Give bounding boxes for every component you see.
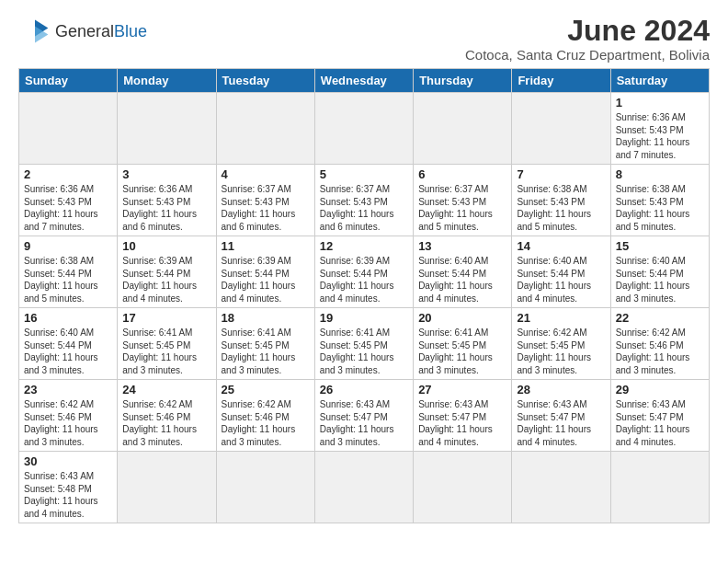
day-number: 1 bbox=[616, 96, 704, 109]
day-number: 8 bbox=[616, 167, 704, 181]
day-number: 19 bbox=[320, 311, 408, 325]
day-number: 30 bbox=[24, 454, 112, 468]
table-row: 8Sunrise: 6:38 AM Sunset: 5:43 PM Daylig… bbox=[610, 165, 709, 236]
header-sunday: Sunday bbox=[19, 69, 118, 93]
day-info: Sunrise: 6:36 AM Sunset: 5:43 PM Dayligh… bbox=[616, 111, 704, 161]
table-row bbox=[19, 93, 118, 165]
day-info: Sunrise: 6:36 AM Sunset: 5:43 PM Dayligh… bbox=[24, 183, 112, 233]
day-number: 2 bbox=[24, 167, 112, 181]
day-number: 20 bbox=[418, 311, 506, 325]
day-info: Sunrise: 6:39 AM Sunset: 5:44 PM Dayligh… bbox=[122, 255, 210, 304]
day-number: 26 bbox=[320, 383, 408, 396]
day-info: Sunrise: 6:39 AM Sunset: 5:44 PM Dayligh… bbox=[222, 255, 310, 304]
header-friday: Friday bbox=[512, 69, 610, 93]
day-info: Sunrise: 6:41 AM Sunset: 5:45 PM Dayligh… bbox=[418, 327, 506, 376]
day-info: Sunrise: 6:41 AM Sunset: 5:45 PM Dayligh… bbox=[320, 327, 408, 376]
general-blue-logo-icon bbox=[18, 15, 51, 48]
day-number: 17 bbox=[122, 311, 210, 325]
table-row: 15Sunrise: 6:40 AM Sunset: 5:44 PM Dayli… bbox=[610, 236, 709, 308]
weekday-header-row: Sunday Monday Tuesday Wednesday Thursday… bbox=[19, 69, 710, 93]
header-wednesday: Wednesday bbox=[314, 69, 413, 93]
table-row bbox=[512, 93, 610, 165]
day-info: Sunrise: 6:40 AM Sunset: 5:44 PM Dayligh… bbox=[616, 255, 704, 304]
table-row: 5Sunrise: 6:37 AM Sunset: 5:43 PM Daylig… bbox=[314, 165, 413, 236]
day-number: 4 bbox=[222, 167, 310, 181]
table-row: 13Sunrise: 6:40 AM Sunset: 5:44 PM Dayli… bbox=[414, 236, 512, 308]
table-row: 11Sunrise: 6:39 AM Sunset: 5:44 PM Dayli… bbox=[216, 236, 314, 308]
day-number: 25 bbox=[222, 383, 310, 396]
table-row: 4Sunrise: 6:37 AM Sunset: 5:43 PM Daylig… bbox=[216, 165, 314, 236]
table-row: 12Sunrise: 6:39 AM Sunset: 5:44 PM Dayli… bbox=[314, 236, 413, 308]
table-row: 26Sunrise: 6:43 AM Sunset: 5:47 PM Dayli… bbox=[314, 380, 413, 452]
page: GeneralBlue June 2024 Cotoca, Santa Cruz… bbox=[0, 0, 728, 533]
day-number: 21 bbox=[517, 311, 605, 325]
day-info: Sunrise: 6:43 AM Sunset: 5:47 PM Dayligh… bbox=[320, 398, 408, 448]
table-row: 14Sunrise: 6:40 AM Sunset: 5:44 PM Dayli… bbox=[512, 236, 610, 308]
day-info: Sunrise: 6:43 AM Sunset: 5:47 PM Dayligh… bbox=[616, 398, 704, 448]
month-title: June 2024 bbox=[465, 15, 710, 47]
header-thursday: Thursday bbox=[414, 69, 512, 93]
table-row: 1Sunrise: 6:36 AM Sunset: 5:43 PM Daylig… bbox=[610, 93, 709, 165]
table-row: 29Sunrise: 6:43 AM Sunset: 5:47 PM Dayli… bbox=[610, 380, 709, 452]
table-row: 9Sunrise: 6:38 AM Sunset: 5:44 PM Daylig… bbox=[19, 236, 118, 308]
day-number: 13 bbox=[418, 239, 506, 253]
day-number: 5 bbox=[320, 167, 408, 181]
day-number: 15 bbox=[616, 239, 704, 253]
day-info: Sunrise: 6:42 AM Sunset: 5:45 PM Dayligh… bbox=[517, 327, 605, 376]
day-number: 14 bbox=[517, 239, 605, 253]
day-info: Sunrise: 6:42 AM Sunset: 5:46 PM Dayligh… bbox=[122, 398, 210, 448]
title-block: June 2024 Cotoca, Santa Cruz Department,… bbox=[465, 15, 710, 63]
day-number: 6 bbox=[418, 167, 506, 181]
day-number: 16 bbox=[24, 311, 112, 325]
table-row: 24Sunrise: 6:42 AM Sunset: 5:46 PM Dayli… bbox=[118, 380, 216, 452]
day-number: 7 bbox=[517, 167, 605, 181]
table-row bbox=[512, 452, 610, 523]
logo-text: GeneralBlue bbox=[55, 23, 147, 40]
day-number: 18 bbox=[222, 311, 310, 325]
header-saturday: Saturday bbox=[610, 69, 709, 93]
day-info: Sunrise: 6:41 AM Sunset: 5:45 PM Dayligh… bbox=[122, 327, 210, 376]
day-number: 12 bbox=[320, 239, 408, 253]
day-number: 27 bbox=[418, 383, 506, 396]
table-row bbox=[118, 93, 216, 165]
table-row: 7Sunrise: 6:38 AM Sunset: 5:43 PM Daylig… bbox=[512, 165, 610, 236]
day-info: Sunrise: 6:43 AM Sunset: 5:47 PM Dayligh… bbox=[517, 398, 605, 448]
day-number: 24 bbox=[122, 383, 210, 396]
day-info: Sunrise: 6:37 AM Sunset: 5:43 PM Dayligh… bbox=[418, 183, 506, 233]
day-info: Sunrise: 6:38 AM Sunset: 5:43 PM Dayligh… bbox=[517, 183, 605, 233]
table-row: 17Sunrise: 6:41 AM Sunset: 5:45 PM Dayli… bbox=[118, 308, 216, 380]
day-number: 23 bbox=[24, 383, 112, 396]
day-info: Sunrise: 6:42 AM Sunset: 5:46 PM Dayligh… bbox=[24, 398, 112, 448]
day-info: Sunrise: 6:43 AM Sunset: 5:47 PM Dayligh… bbox=[418, 398, 506, 448]
header-tuesday: Tuesday bbox=[216, 69, 314, 93]
table-row bbox=[216, 93, 314, 165]
table-row: 3Sunrise: 6:36 AM Sunset: 5:43 PM Daylig… bbox=[118, 165, 216, 236]
day-info: Sunrise: 6:37 AM Sunset: 5:43 PM Dayligh… bbox=[320, 183, 408, 233]
table-row: 23Sunrise: 6:42 AM Sunset: 5:46 PM Dayli… bbox=[19, 380, 118, 452]
day-number: 29 bbox=[616, 383, 704, 396]
table-row: 28Sunrise: 6:43 AM Sunset: 5:47 PM Dayli… bbox=[512, 380, 610, 452]
table-row bbox=[314, 93, 413, 165]
table-row: 18Sunrise: 6:41 AM Sunset: 5:45 PM Dayli… bbox=[216, 308, 314, 380]
header: GeneralBlue June 2024 Cotoca, Santa Cruz… bbox=[18, 15, 710, 63]
day-info: Sunrise: 6:41 AM Sunset: 5:45 PM Dayligh… bbox=[222, 327, 310, 376]
day-info: Sunrise: 6:38 AM Sunset: 5:43 PM Dayligh… bbox=[616, 183, 704, 233]
table-row: 2Sunrise: 6:36 AM Sunset: 5:43 PM Daylig… bbox=[19, 165, 118, 236]
day-info: Sunrise: 6:40 AM Sunset: 5:44 PM Dayligh… bbox=[517, 255, 605, 304]
table-row bbox=[414, 452, 512, 523]
table-row: 6Sunrise: 6:37 AM Sunset: 5:43 PM Daylig… bbox=[414, 165, 512, 236]
day-number: 9 bbox=[24, 239, 112, 253]
day-info: Sunrise: 6:43 AM Sunset: 5:48 PM Dayligh… bbox=[24, 470, 112, 520]
day-number: 10 bbox=[122, 239, 210, 253]
table-row: 25Sunrise: 6:42 AM Sunset: 5:46 PM Dayli… bbox=[216, 380, 314, 452]
day-info: Sunrise: 6:42 AM Sunset: 5:46 PM Dayligh… bbox=[616, 327, 704, 376]
table-row bbox=[118, 452, 216, 523]
day-info: Sunrise: 6:42 AM Sunset: 5:46 PM Dayligh… bbox=[222, 398, 310, 448]
table-row: 21Sunrise: 6:42 AM Sunset: 5:45 PM Dayli… bbox=[512, 308, 610, 380]
table-row: 30Sunrise: 6:43 AM Sunset: 5:48 PM Dayli… bbox=[19, 452, 118, 523]
day-info: Sunrise: 6:39 AM Sunset: 5:44 PM Dayligh… bbox=[320, 255, 408, 304]
table-row bbox=[414, 93, 512, 165]
day-info: Sunrise: 6:37 AM Sunset: 5:43 PM Dayligh… bbox=[222, 183, 310, 233]
day-info: Sunrise: 6:38 AM Sunset: 5:44 PM Dayligh… bbox=[24, 255, 112, 304]
location-title: Cotoca, Santa Cruz Department, Bolivia bbox=[465, 47, 710, 63]
